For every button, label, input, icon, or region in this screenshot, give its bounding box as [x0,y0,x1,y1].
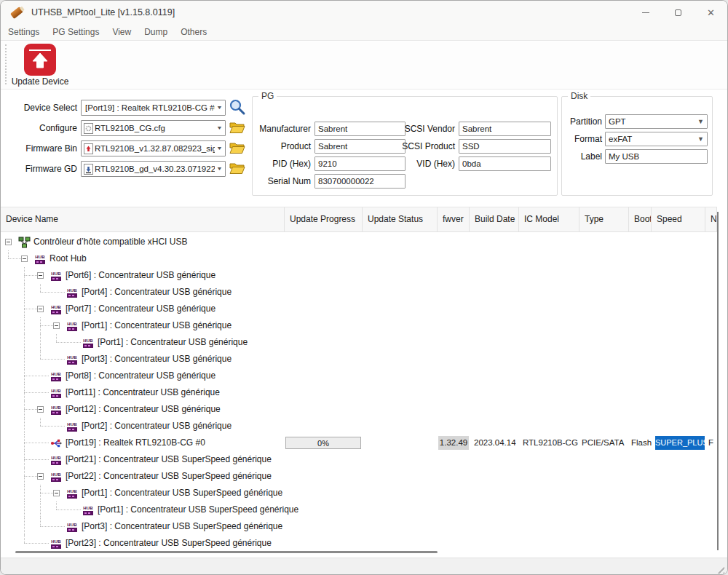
tree-row[interactable]: HUB[Port8] : Concentrateur USB générique [1,368,728,384]
tree-row[interactable]: HUB[Port22] : Concentrateur USB SuperSpe… [1,468,728,485]
tree-expander-collapse[interactable] [5,239,12,245]
firmware-bin-combobox[interactable]: RTL9210B_v1.32.87.082923_signed.▼ [81,140,226,156]
tree-row-device[interactable]: [Port19] : Realtek RTL9210B-CG #00%1.32.… [1,435,728,451]
menu-item-view[interactable]: View [106,24,138,40]
serial-num-field[interactable]: 830700000022 [314,174,405,189]
column-header-ic-model[interactable]: IC Model [519,207,579,231]
tree-guide-line [24,384,25,392]
tree-row[interactable]: HUB[Port1] : Concentrateur USB SuperSpee… [1,485,728,501]
pid-hex--field[interactable]: 9210 [314,156,405,171]
tree-row[interactable]: HUB[Port11] : Concentrateur USB génériqu… [1,384,728,401]
tree-guide-line [40,526,65,527]
firmware-bin-browse-button[interactable] [227,139,248,156]
usb-hub-icon: HUB [82,337,95,349]
label-field[interactable]: My USB [605,149,708,164]
resize-grip-icon[interactable] [715,564,724,574]
vertical-scrollbar[interactable] [717,212,719,550]
menu-item-settings[interactable]: Settings [1,24,46,40]
tree-node-name: [Port2] : Concentrateur USB générique [82,418,232,435]
product-label: Product [253,139,311,154]
column-header-device-name[interactable]: Device Name [1,207,285,231]
tree-guide-line [56,334,57,342]
firmware-gd-combobox[interactable]: RTL9210B_gd_v4.30.23.071922.bin▼ [81,161,226,177]
scsi-vendor-field[interactable]: Sabrent [459,122,551,136]
maximize-button[interactable] [662,1,695,24]
column-header-update-status[interactable]: Update Status [363,207,438,231]
device-select-label: Device Select [4,100,77,116]
tree-row[interactable]: HUB[Port23] : Concentrateur USB SuperSpe… [1,535,728,552]
firmware-gd-browse-button[interactable] [227,159,248,177]
close-button[interactable]: ✕ [695,1,727,24]
tree-row[interactable]: HUB[Port2] : Concentrateur USB générique [1,418,728,435]
vid-hex--label: VID (Hex) [398,156,455,171]
tree-row[interactable]: HUB[Port12] : Concentrateur USB génériqu… [1,401,728,418]
tree-row[interactable]: HUB[Port1] : Concentrateur USB générique [1,334,728,351]
minimize-button[interactable] [629,1,662,24]
menu-item-dump[interactable]: Dump [138,24,174,40]
tree-expander-collapse[interactable] [37,473,44,480]
menu-item-others[interactable]: Others [174,24,213,40]
tree-row[interactable]: HUB[Port4] : Concentrateur USB générique [1,284,728,301]
build-date-cell: 2023.04.14 [474,435,516,451]
partition-value: GPT [609,115,697,128]
tree-row[interactable]: HUB[Port1] : Concentrateur USB SuperSpee… [1,501,728,518]
tree-row[interactable]: HUB[Port1] : Concentrateur USB générique [1,317,728,334]
tree-row[interactable]: Contrôleur d’hôte compatible xHCI USB [1,234,728,250]
serial-num-label: Serial Num [253,174,311,189]
tree-expander-collapse[interactable] [21,255,28,262]
search-device-button[interactable] [227,98,248,116]
tree-expander-collapse[interactable] [53,490,60,496]
tree-row[interactable]: HUB[Port7] : Concentrateur USB générique [1,301,728,317]
search-icon [229,98,246,116]
tree-guide-line [40,284,41,292]
configure-browse-button[interactable] [227,119,248,136]
tree-row[interactable]: HUB[Port3] : Concentrateur USB générique [1,351,728,368]
column-header-type[interactable]: Type [579,207,629,231]
column-header-build-date[interactable]: Build Date [470,207,519,231]
folder-icon [229,142,245,154]
column-header-boot[interactable]: Boot [629,207,652,231]
column-header-update-progress[interactable]: Update Progress [285,207,363,231]
scsi-product-field[interactable]: SSD [459,139,551,154]
partition-combobox[interactable]: GPT▼ [605,114,708,129]
tree-row[interactable]: HUB[Port6] : Concentrateur USB générique [1,267,728,284]
tree-guide-line [24,435,25,443]
column-header-n[interactable]: N [705,207,717,231]
usb-hub-icon: HUB [82,504,95,516]
horizontal-scrollbar[interactable] [15,551,438,553]
pg-group-title: PG [258,91,277,101]
table-header: Device NameUpdate ProgressUpdate Statusf… [1,207,717,232]
tree-node-name: [Port4] : Concentrateur USB générique [82,284,232,301]
tree-guide-line [24,351,25,368]
update-device-icon [24,44,56,76]
update-device-button[interactable]: Update Device [8,44,72,87]
toolbar-grip[interactable] [5,44,7,84]
tree-guide-line [24,518,25,535]
configure-combobox[interactable]: RTL9210B_CG.cfg▼ [81,120,226,136]
menu-item-pg-settings[interactable]: PG Settings [46,24,106,40]
tree-expander-collapse[interactable] [37,406,44,413]
tree-row[interactable]: HUB[Port21] : Concentrateur USB SuperSpe… [1,451,728,468]
tree-guide-line [40,325,53,326]
manufacturer-field[interactable]: Sabrent [314,122,405,136]
tree-expander-collapse[interactable] [37,272,44,279]
tree-node-name: Root Hub [50,250,87,267]
format-combobox[interactable]: exFAT▼ [605,132,708,146]
tree-guide-line [24,376,49,376]
column-header-fwver[interactable]: fwver [438,207,470,231]
tree-row[interactable]: HUBRoot Hub [1,250,728,267]
tree-row[interactable]: HUB[Port3] : Concentrateur USB SuperSpee… [1,518,728,535]
chevron-down-icon: ▼ [697,132,704,146]
tree-expander-collapse[interactable] [37,306,44,312]
column-header-speed[interactable]: Speed [652,207,705,231]
tree-expander-collapse[interactable] [53,322,60,329]
chevron-down-icon: ▼ [216,146,223,151]
firmware-bin-label: Firmware Bin [4,140,77,156]
tree-guide-line [24,401,25,409]
chevron-down-icon: ▼ [216,125,223,131]
product-field[interactable]: Sabrent [314,139,405,154]
device-select-combobox[interactable]: [Port19] : Realtek RTL9210B-CG #0▼ [81,100,226,116]
tree-guide-line [40,426,65,427]
vid-hex--field[interactable]: 0bda [459,156,551,171]
speed-cell-selected[interactable]: SUPER_PLUS [655,436,705,450]
